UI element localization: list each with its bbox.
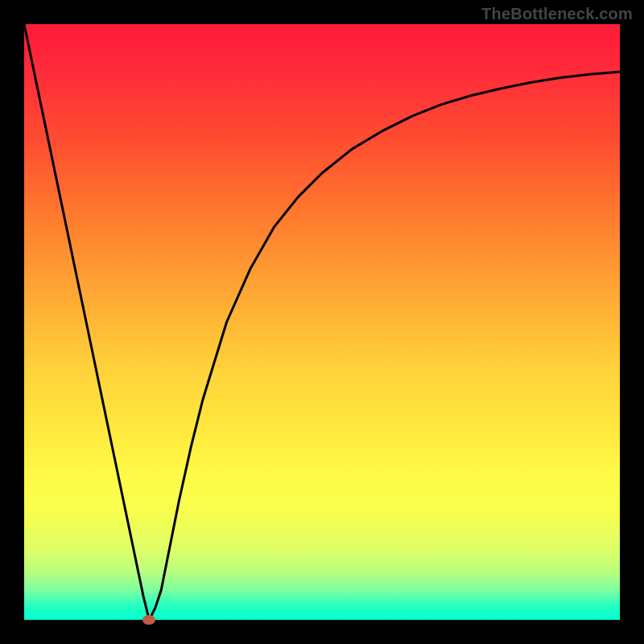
- watermark-text: TheBottleneck.com: [481, 5, 633, 23]
- chart-frame: TheBottleneck.com: [0, 0, 644, 644]
- bottleneck-curve: [24, 24, 620, 620]
- minimum-marker: [142, 615, 155, 625]
- curve-svg: [24, 24, 620, 620]
- plot-area: [24, 24, 620, 620]
